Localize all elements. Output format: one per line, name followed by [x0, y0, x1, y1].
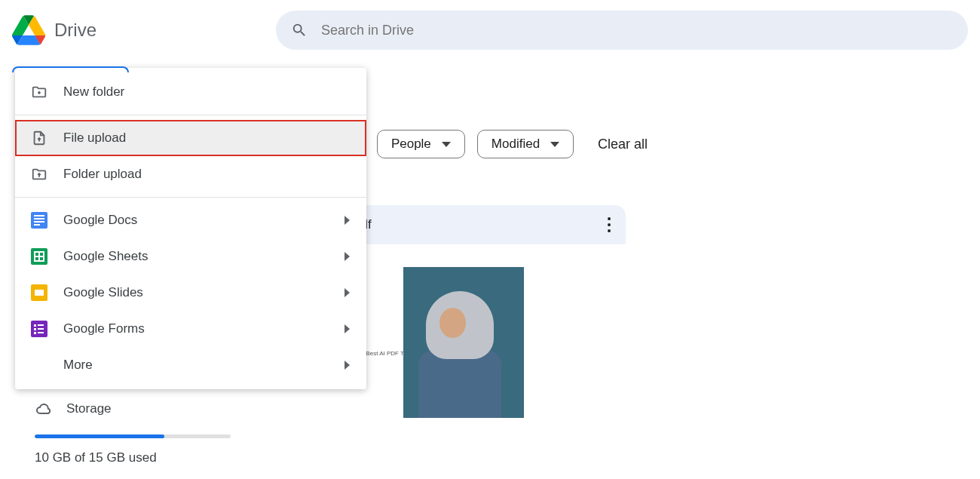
chevron-down-icon — [550, 142, 559, 147]
chevron-right-icon — [345, 288, 350, 297]
filter-row: Fs ✕ People Modified Clear all — [302, 128, 980, 160]
menu-label: File upload — [63, 130, 126, 146]
menu-label: New folder — [63, 84, 124, 100]
search-icon — [291, 22, 308, 38]
folder-upload-icon — [30, 165, 48, 183]
chevron-right-icon — [345, 252, 350, 261]
menu-new-folder[interactable]: New folder — [15, 74, 366, 110]
forms-icon — [30, 320, 48, 338]
new-folder-icon — [30, 83, 48, 101]
storage-usage: 10 GB of 15 GB used — [35, 450, 231, 465]
menu-label: Google Forms — [63, 321, 145, 336]
chevron-right-icon — [345, 216, 350, 225]
chip-label: Modified — [492, 137, 540, 152]
header: Drive — [0, 0, 980, 60]
menu-label: Folder upload — [63, 167, 142, 182]
new-button-outline — [12, 66, 129, 72]
storage-bar — [35, 434, 231, 438]
storage-section: Storage 10 GB of 15 GB used — [35, 400, 231, 465]
menu-label: More — [63, 358, 93, 373]
file-upload-icon — [30, 129, 48, 147]
preview-thumbnail — [403, 267, 524, 418]
docs-icon — [30, 211, 48, 229]
sheets-icon — [30, 247, 48, 266]
menu-folder-upload[interactable]: Folder upload — [15, 156, 366, 192]
app-name: Drive — [54, 20, 96, 41]
chevron-down-icon — [442, 142, 451, 147]
slides-icon — [30, 284, 48, 302]
storage-button[interactable]: Storage — [35, 400, 231, 418]
cloud-icon — [35, 400, 53, 418]
menu-more[interactable]: More — [15, 347, 366, 383]
logo-area[interactable]: Drive — [12, 15, 276, 45]
drive-logo-icon — [12, 15, 45, 45]
chevron-right-icon — [345, 361, 350, 370]
clear-all-button[interactable]: Clear all — [598, 137, 648, 152]
search-bar[interactable] — [276, 11, 968, 50]
chip-label: People — [391, 137, 431, 152]
menu-divider — [15, 197, 366, 198]
menu-label: Google Sheets — [63, 249, 148, 264]
menu-file-upload[interactable]: File upload — [15, 120, 366, 156]
blank-icon — [30, 356, 48, 374]
breadcrumb[interactable]: rive — [302, 83, 980, 107]
menu-divider — [15, 115, 366, 115]
main-content: rive Fs ✕ People Modified Clear all UPDF… — [302, 83, 980, 425]
search-input[interactable] — [321, 23, 953, 38]
menu-google-forms[interactable]: Google Forms — [15, 311, 366, 347]
menu-label: Google Docs — [63, 213, 137, 228]
more-options-icon[interactable] — [608, 217, 611, 232]
chevron-right-icon — [345, 324, 350, 333]
new-menu: New folder File upload Folder upload Goo… — [15, 68, 366, 389]
storage-label: Storage — [66, 401, 112, 416]
filter-chip-modified[interactable]: Modified — [477, 130, 574, 158]
menu-google-slides[interactable]: Google Slides — [15, 275, 366, 311]
menu-google-docs[interactable]: Google Docs — [15, 202, 366, 238]
menu-google-sheets[interactable]: Google Sheets — [15, 238, 366, 275]
menu-label: Google Slides — [63, 285, 143, 300]
filter-chip-people[interactable]: People — [377, 130, 465, 158]
